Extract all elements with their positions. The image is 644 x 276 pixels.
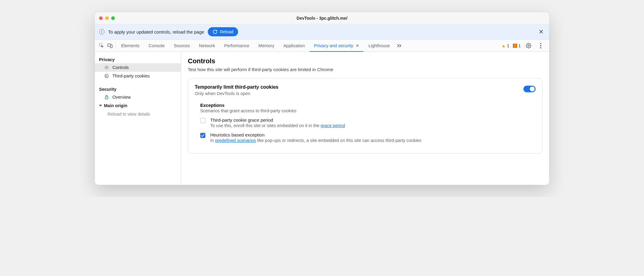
text: To use this, enroll this site or sites e…	[210, 123, 320, 128]
card-title: Temporarily limit third-party cookies	[195, 84, 523, 90]
gear-icon	[526, 43, 531, 48]
tab-lighthouse[interactable]: Lighthouse	[364, 40, 394, 51]
tab-sources[interactable]: Sources	[170, 40, 194, 51]
titlebar: DevTools - 3pc.glitch.me/	[95, 12, 549, 24]
reload-infobar: i To apply your updated controls, reload…	[95, 24, 549, 40]
tab-label: Console	[148, 43, 164, 48]
sidebar-reload-note: Reload to view details	[95, 110, 181, 118]
tab-application[interactable]: Application	[279, 40, 309, 51]
info-icon: i	[99, 29, 105, 34]
gear-icon	[104, 65, 109, 70]
svg-point-4	[540, 43, 541, 44]
sidebar-item-label: Controls	[112, 65, 129, 70]
minimize-window-button[interactable]	[105, 16, 109, 20]
card-subtitle: Only when DevTools is open	[195, 91, 523, 96]
panel-tabbar: Elements Console Sources Network Perform…	[95, 40, 549, 52]
tab-privacy-and-security[interactable]: Privacy and security ✕	[310, 40, 363, 51]
close-tab-icon[interactable]: ✕	[356, 43, 359, 48]
grace-period-title: Third-party cookie grace period	[210, 117, 345, 123]
svg-rect-12	[105, 97, 108, 99]
window-title: DevTools - 3pc.glitch.me/	[95, 16, 549, 21]
panel-tabs: Elements Console Sources Network Perform…	[117, 40, 394, 51]
sidebar-heading-security: Security	[95, 84, 181, 93]
inspect-element-button[interactable]	[97, 40, 106, 52]
svg-point-10	[107, 76, 107, 77]
sidebar-item-overview[interactable]: Overview	[95, 93, 181, 101]
tab-elements[interactable]: Elements	[117, 40, 144, 51]
text: In	[210, 138, 215, 143]
toggle-knob	[530, 87, 535, 91]
page-subtitle: Test how this site will perform if third…	[188, 67, 543, 72]
more-options-button[interactable]	[536, 40, 545, 52]
issue-icon: !	[513, 44, 517, 48]
svg-point-8	[105, 74, 108, 78]
tabbar-right-cluster: ▲ 1 ! 1	[502, 40, 547, 52]
tab-label: Memory	[258, 43, 274, 48]
tab-label: Elements	[121, 43, 139, 48]
warning-icon: ▲	[502, 43, 506, 48]
dismiss-infobar-button[interactable]: ✕	[537, 28, 545, 35]
svg-point-11	[106, 76, 106, 77]
reload-button[interactable]: Reload	[208, 27, 238, 36]
sidebar-item-third-party-cookies[interactable]: Third-party cookies	[95, 72, 181, 80]
sidebar: Privacy Controls Third-party cookies Sec…	[95, 52, 181, 185]
inspect-icon	[99, 43, 104, 48]
exception-heuristics-row: Heuristics based exception In predefined…	[200, 132, 536, 143]
caret-down-icon	[99, 105, 102, 107]
sidebar-item-main-origin[interactable]: Main origin	[95, 101, 181, 110]
warnings-count[interactable]: ▲ 1	[502, 43, 510, 48]
heuristics-checkbox[interactable]	[200, 133, 205, 138]
traffic-lights	[99, 16, 115, 20]
issues-count-value: 1	[518, 43, 521, 48]
predefined-scenarios-link[interactable]: predefined scenarios	[215, 138, 256, 143]
chevron-right-double-icon	[397, 44, 402, 48]
tab-label: Network	[199, 43, 215, 48]
tab-console[interactable]: Console	[144, 40, 169, 51]
exceptions-heading: Exceptions	[200, 103, 536, 108]
svg-point-3	[528, 45, 529, 46]
device-toolbar-button[interactable]	[106, 40, 114, 52]
infobar-text: To apply your updated controls, reload t…	[108, 29, 204, 34]
kebab-icon	[540, 43, 541, 48]
tab-label: Privacy and security	[314, 43, 353, 48]
sidebar-heading-privacy: Privacy	[95, 55, 181, 63]
cookie-icon	[104, 74, 109, 78]
grace-period-checkbox[interactable]	[200, 118, 205, 123]
tab-label: Application	[283, 43, 305, 48]
svg-point-6	[540, 47, 541, 48]
device-icon	[107, 43, 113, 48]
tab-performance[interactable]: Performance	[220, 40, 254, 51]
sidebar-item-label: Main origin	[104, 103, 127, 108]
page-title: Controls	[188, 57, 543, 65]
grace-period-description: To use this, enroll this site or sites e…	[210, 123, 345, 128]
svg-point-7	[106, 67, 107, 68]
close-window-button[interactable]	[99, 16, 103, 20]
svg-point-5	[540, 45, 541, 46]
reload-icon	[213, 29, 217, 34]
sidebar-item-label: Third-party cookies	[112, 74, 150, 78]
tab-network[interactable]: Network	[195, 40, 219, 51]
tab-memory[interactable]: Memory	[254, 40, 278, 51]
warnings-count-value: 1	[507, 43, 509, 48]
more-tabs-button[interactable]	[394, 44, 403, 48]
lock-icon	[104, 95, 109, 100]
panel-body: Privacy Controls Third-party cookies Sec…	[95, 52, 549, 185]
divider	[115, 43, 116, 49]
tab-label: Performance	[224, 43, 249, 48]
limit-cookies-toggle[interactable]	[523, 86, 536, 92]
grace-period-link[interactable]: grace period	[320, 123, 345, 128]
issues-count[interactable]: ! 1	[513, 43, 521, 48]
heuristics-description: In predefined scenarios like pop-ups or …	[210, 138, 421, 143]
settings-button[interactable]	[524, 40, 533, 52]
limit-cookies-card: Temporarily limit third-party cookies On…	[188, 78, 543, 153]
sidebar-item-label: Overview	[112, 95, 131, 100]
svg-rect-2	[111, 45, 112, 48]
maximize-window-button[interactable]	[111, 16, 115, 20]
text: like pop-ups or redirects, a site embedd…	[256, 138, 421, 143]
devtools-window: DevTools - 3pc.glitch.me/ i To apply you…	[95, 12, 549, 185]
exception-grace-period-row: Third-party cookie grace period To use t…	[200, 117, 536, 128]
svg-point-9	[106, 75, 106, 76]
sidebar-item-controls[interactable]: Controls	[95, 63, 181, 72]
content-area: Controls Test how this site will perform…	[181, 52, 549, 185]
tab-label: Lighthouse	[368, 43, 390, 48]
